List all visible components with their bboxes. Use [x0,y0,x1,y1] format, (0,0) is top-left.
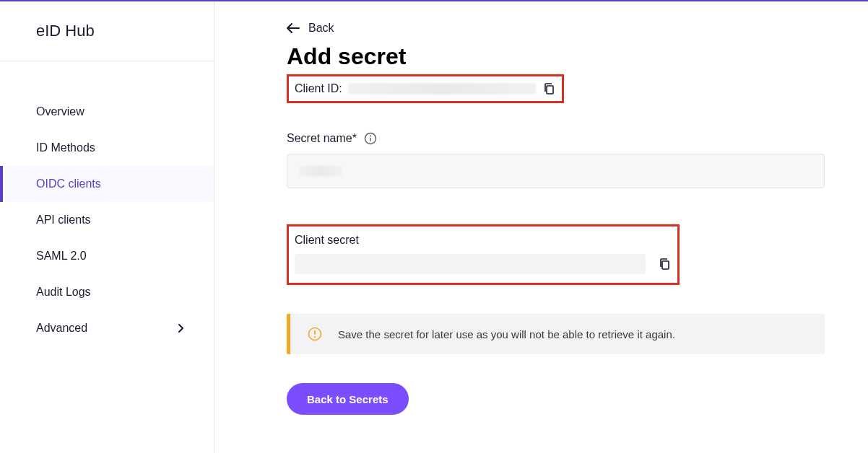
sidebar-item-label: Overview [36,105,84,118]
back-button[interactable]: Back [287,22,334,35]
sidebar-item-label: OIDC clients [36,177,101,190]
warning-alert: Save the secret for later use as you wil… [287,314,825,354]
sidebar: eID Hub Overview ID Methods OIDC clients… [0,1,214,453]
info-icon[interactable] [364,132,377,145]
client-secret-label: Client secret [295,234,672,247]
svg-point-2 [370,136,371,137]
sidebar-item-label: ID Methods [36,141,95,154]
secret-name-label: Secret name* [287,132,357,145]
svg-rect-3 [370,138,370,141]
client-id-value [348,83,536,94]
secret-name-input[interactable] [287,154,825,188]
sidebar-item-label: SAML 2.0 [36,250,87,263]
sidebar-item-id-methods[interactable]: ID Methods [0,130,214,166]
sidebar-item-advanced[interactable]: Advanced [0,310,214,346]
svg-rect-6 [314,330,316,335]
sidebar-item-label: Advanced [36,322,87,335]
sidebar-item-oidc-clients[interactable]: OIDC clients [0,166,214,202]
secret-name-label-row: Secret name* [287,132,377,145]
alert-text: Save the secret for later use as you wil… [338,328,675,340]
sidebar-item-api-clients[interactable]: API clients [0,202,214,238]
back-to-secrets-button[interactable]: Back to Secrets [287,383,409,415]
chevron-right-icon [178,323,185,333]
svg-rect-4 [662,261,669,269]
arrow-left-icon [287,23,300,33]
secret-name-section: Secret name* [287,132,825,188]
page-title: Add secret [287,43,825,70]
copy-icon [543,82,555,95]
sidebar-item-saml-2-0[interactable]: SAML 2.0 [0,238,214,274]
sidebar-item-overview[interactable]: Overview [0,94,214,130]
main-content: Back Add secret Client ID: Secret name* [214,1,868,453]
app-title: eID Hub [0,1,214,61]
sidebar-item-audit-logs[interactable]: Audit Logs [0,274,214,310]
client-secret-row [295,254,672,274]
sidebar-item-label: Audit Logs [36,286,91,299]
client-secret-block: Client secret [287,224,680,285]
sidebar-item-label: API clients [36,214,91,226]
client-secret-value-box [295,254,646,274]
client-id-row: Client ID: [287,74,564,103]
svg-rect-0 [547,86,553,94]
back-label: Back [308,22,334,35]
warning-icon [308,327,322,341]
nav-list: Overview ID Methods OIDC clients API cli… [0,61,214,346]
client-id-label: Client ID: [295,82,342,95]
copy-client-id-button[interactable] [542,81,556,97]
secret-name-value [299,166,342,176]
copy-icon [659,258,670,271]
copy-client-secret-button[interactable] [657,256,672,272]
svg-point-7 [314,336,316,338]
